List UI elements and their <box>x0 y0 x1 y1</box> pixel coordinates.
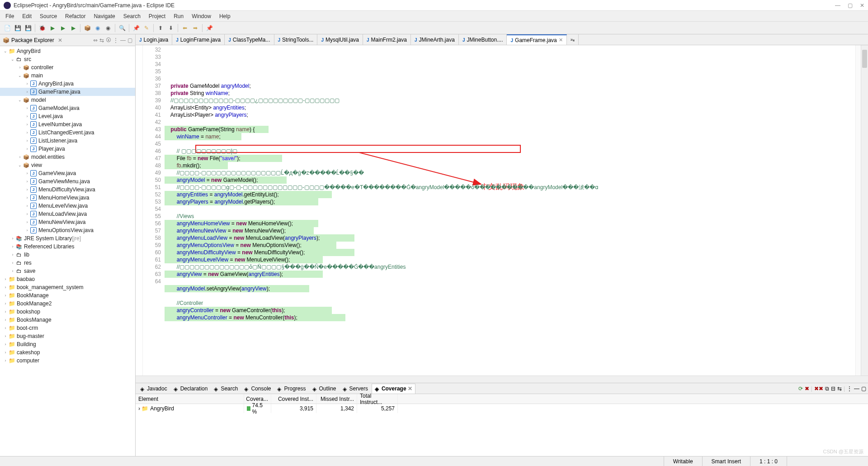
prev-annotation-icon[interactable]: ⬆ <box>156 24 165 33</box>
col-element[interactable]: Element <box>136 394 244 404</box>
remove-session-icon[interactable]: ✖ <box>805 385 809 392</box>
twist-icon[interactable]: › <box>24 220 30 224</box>
tree-item[interactable]: ›BookManage2 <box>0 300 135 308</box>
link-icon[interactable]: ⇆ <box>837 385 842 392</box>
editor-tab[interactable]: ClassTypeMa... <box>225 34 274 45</box>
vertical-scrollbar[interactable] <box>861 45 868 376</box>
twist-icon[interactable]: › <box>17 155 23 159</box>
twist-icon[interactable]: › <box>24 204 30 208</box>
wand-icon[interactable]: ✎ <box>142 24 151 33</box>
pin-icon[interactable]: 📌 <box>205 24 214 33</box>
twist-icon[interactable]: › <box>24 195 30 200</box>
menu-source[interactable]: Source <box>36 12 61 20</box>
twist-icon[interactable]: › <box>3 326 8 330</box>
run-icon[interactable]: ▶ <box>48 24 57 33</box>
tree-item[interactable]: ›ListListener.java <box>0 137 135 145</box>
close-panel-icon[interactable]: ✕ <box>408 385 412 392</box>
tree-item[interactable]: ›MenuDifficultyView.java <box>0 185 135 194</box>
tree-item[interactable]: ›Level.java <box>0 112 135 120</box>
twist-icon[interactable]: › <box>3 334 8 338</box>
minimize-icon[interactable]: — <box>835 2 840 9</box>
close-tab-icon[interactable]: ✕ <box>559 37 563 43</box>
tree-item[interactable]: ›AngryBird.java <box>0 80 135 88</box>
twist-icon[interactable]: › <box>3 277 8 281</box>
menu-project[interactable]: Project <box>145 12 169 20</box>
close-icon[interactable]: ✕ <box>860 2 864 9</box>
twist-icon[interactable]: › <box>24 122 30 127</box>
tree-item[interactable]: ›book_management_system <box>0 283 135 291</box>
tree-item[interactable]: ›boot-crm <box>0 324 135 332</box>
save-icon[interactable]: 💾 <box>13 24 22 33</box>
col-missed[interactable]: Missed Instr... <box>316 394 357 404</box>
editor-tab[interactable]: MainFrm2.java <box>363 34 411 45</box>
editor-tab[interactable]: StringTools... <box>274 34 318 45</box>
maximize-icon[interactable]: ▢ <box>848 2 853 9</box>
tree-item[interactable]: ›GameFrame.java <box>0 88 135 96</box>
maximize-view-icon[interactable]: ▢ <box>127 37 132 43</box>
twist-icon[interactable]: ⌄ <box>3 49 8 53</box>
twist-icon[interactable]: › <box>3 342 8 347</box>
bottom-tab-servers[interactable]: ◈Servers <box>340 384 371 394</box>
tree-item[interactable]: ›GameView.java <box>0 169 135 177</box>
twist-icon[interactable]: › <box>10 261 15 265</box>
bottom-tab-declaration[interactable]: ◈Declaration <box>171 384 211 394</box>
run-last-icon[interactable]: ▶ <box>69 24 78 33</box>
twist-icon[interactable]: › <box>3 285 8 290</box>
tree-item[interactable]: ›GameViewMenu.java <box>0 177 135 185</box>
tree-item[interactable]: ›bookshop <box>0 308 135 316</box>
tree-item[interactable]: ›MenuLevelView.java <box>0 202 135 210</box>
col-total[interactable]: Total Instruct... <box>357 394 398 404</box>
tree-item[interactable]: ›computer <box>0 357 135 365</box>
new-class-icon[interactable]: ◉ <box>93 24 102 33</box>
tree-item[interactable]: ›save <box>0 267 135 275</box>
horizontal-scrollbar[interactable] <box>136 376 868 383</box>
twist-icon[interactable]: › <box>24 114 30 119</box>
twist-icon[interactable]: › <box>17 65 23 70</box>
menu-refactor[interactable]: Refactor <box>61 12 89 20</box>
back-icon[interactable]: ⬅ <box>180 24 189 33</box>
project-tree[interactable]: ⌄AngryBird⌄src›controller⌄main›AngryBird… <box>0 46 135 456</box>
twist-icon[interactable]: › <box>24 147 30 151</box>
twist-icon[interactable]: ⌄ <box>17 73 23 78</box>
twist-icon[interactable]: ⌄ <box>17 98 23 102</box>
editor-tab[interactable]: LoginFrame.java <box>172 34 225 45</box>
tree-item[interactable]: ›res <box>0 259 135 267</box>
tree-item[interactable]: ›BookManage <box>0 291 135 300</box>
twist-icon[interactable]: › <box>3 350 8 355</box>
overview-ruler[interactable] <box>855 45 861 376</box>
tree-item[interactable]: ›baobao <box>0 275 135 283</box>
tree-item[interactable]: ›MenuNewView.java <box>0 218 135 226</box>
next-annotation-icon[interactable]: ⬇ <box>166 24 175 33</box>
editor-tab[interactable]: MysqlUtil.java <box>317 34 363 45</box>
tree-item[interactable]: ›Player.java <box>0 145 135 153</box>
twist-icon[interactable]: › <box>24 171 30 176</box>
tree-item[interactable]: ›MenuLoadView.java <box>0 210 135 218</box>
view-menu2-icon[interactable]: ⋮ <box>847 385 852 392</box>
tree-item[interactable]: ›controller <box>0 63 135 71</box>
link-editor-icon[interactable]: ⇆ <box>99 37 104 43</box>
coverage-row[interactable]: › 📁AngryBird74.5 %3,9151,3425,257 <box>136 404 868 413</box>
more-tabs[interactable]: »₄ <box>567 34 579 45</box>
bottom-tab-outline[interactable]: ◈Outline <box>310 384 339 394</box>
tree-item[interactable]: ›JRE System Library [jre] <box>0 234 135 243</box>
tree-item[interactable]: ⌄view <box>0 161 135 169</box>
focus-icon[interactable]: ⦿ <box>106 37 111 43</box>
new-icon[interactable]: 📄 <box>3 24 12 33</box>
bottom-tab-console[interactable]: ◈Console <box>241 384 274 394</box>
editor-tab[interactable]: Login.java <box>136 34 172 45</box>
code-editor[interactable]: 中文乱码现象 private GameModel angryModel; pri… <box>165 45 855 376</box>
twist-icon[interactable]: › <box>24 179 30 184</box>
editor-tab[interactable]: GameFrame.java✕ <box>507 34 566 45</box>
col-covered[interactable]: Covered Inst... <box>271 394 316 404</box>
coverage-icon[interactable]: ▶ <box>58 24 67 33</box>
twist-icon[interactable]: › <box>24 90 30 94</box>
collapse-icon[interactable]: ⊟ <box>831 385 835 392</box>
twist-icon[interactable]: › <box>24 212 30 216</box>
menu-file[interactable]: File <box>2 12 18 20</box>
twist-icon[interactable]: › <box>24 130 30 135</box>
twist-icon[interactable]: › <box>24 138 30 143</box>
new-package-icon[interactable]: 📦 <box>83 24 92 33</box>
bottom-tab-progress[interactable]: ◈Progress <box>274 384 308 394</box>
tree-item[interactable]: ›ListChangedEvent.java <box>0 128 135 137</box>
menu-window[interactable]: Window <box>188 12 215 20</box>
